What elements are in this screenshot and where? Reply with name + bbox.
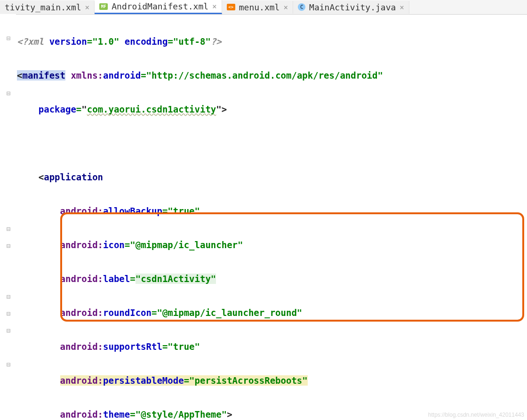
tab-label: MainActivity.java — [309, 2, 396, 12]
close-icon[interactable]: × — [283, 3, 288, 12]
editor-gutter: ⊟ ⊟ ⊟ ⊟ ⊟ ⊟ ⊟ ⊟ — [0, 14, 16, 420]
editor-tab-bar: tivity_main.xml × MF AndroidManifest.xml… — [0, 0, 527, 15]
close-icon[interactable]: × — [399, 3, 404, 12]
code-line: <manifest xmlns:android="http://schemas.… — [17, 67, 527, 84]
code-editor[interactable]: <?xml version="1.0" encoding="utf-8"?> <… — [17, 16, 527, 420]
code-line: android:persistableMode="persistAcrossRe… — [17, 372, 527, 389]
manifest-file-icon: MF — [99, 3, 108, 10]
code-line: android:allowBackup="true" — [17, 202, 527, 219]
code-line: <application — [17, 169, 527, 186]
fold-toggle-icon[interactable]: ⊟ — [7, 242, 13, 249]
fold-toggle-icon[interactable]: ⊟ — [7, 34, 13, 41]
fold-end-icon[interactable]: ⊟ — [7, 361, 13, 367]
close-icon[interactable]: × — [212, 2, 217, 11]
fold-toggle-icon[interactable]: ⊟ — [7, 225, 13, 232]
code-line: android:icon="@mipmap/ic_launcher" — [17, 236, 527, 253]
tab-android-manifest[interactable]: MF AndroidManifest.xml × — [95, 0, 222, 14]
tab-label: menu.xml — [239, 2, 280, 12]
code-line: android:roundIcon="@mipmap/ic_launcher_r… — [17, 304, 527, 321]
fold-end-icon[interactable]: ⊟ — [7, 327, 13, 333]
tab-label: tivity_main.xml — [5, 2, 81, 12]
code-line: android:label="csdn1Activity" — [17, 270, 527, 287]
code-line: <?xml version="1.0" encoding="utf-8"?> — [17, 33, 527, 50]
class-file-icon: C — [298, 3, 305, 11]
tab-menu-xml[interactable]: <> menu.xml × — [222, 1, 293, 14]
tab-label: AndroidManifest.xml — [112, 1, 208, 11]
tab-main-activity[interactable]: C MainActivity.java × — [293, 1, 409, 14]
tab-activity-main[interactable]: tivity_main.xml × — [0, 1, 95, 14]
watermark-text: https://blog.csdn.net/weixin_42011443 — [428, 412, 524, 418]
code-line: android:supportsRtl="true" — [17, 338, 527, 355]
code-line — [17, 135, 527, 152]
close-icon[interactable]: × — [85, 3, 90, 12]
fold-end-icon[interactable]: ⊟ — [7, 293, 13, 299]
fold-end-icon[interactable]: ⊟ — [7, 310, 13, 316]
fold-toggle-icon[interactable]: ⊟ — [7, 89, 13, 96]
xml-file-icon: <> — [227, 4, 235, 10]
code-line: package="com.yaorui.csdn1activity"> — [17, 101, 527, 118]
